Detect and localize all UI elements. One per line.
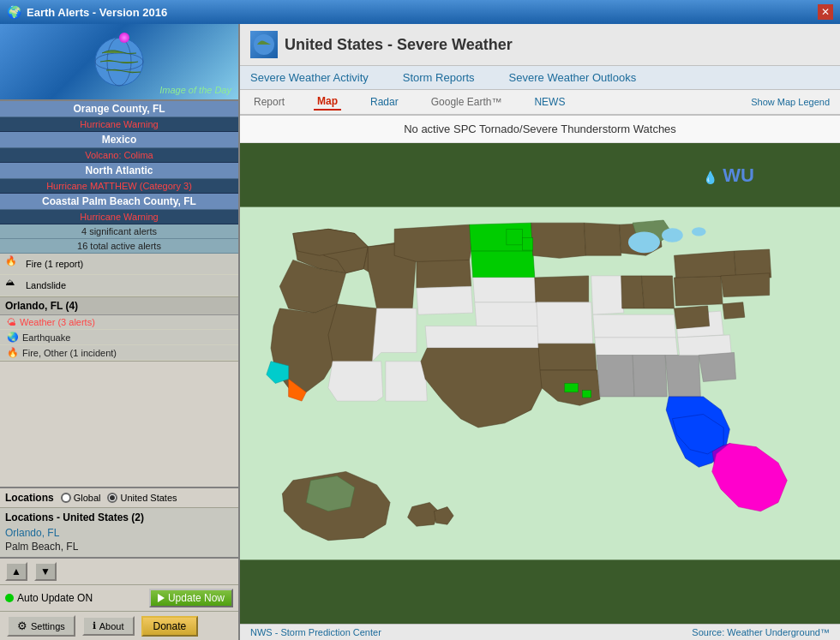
global-radio[interactable]: Global <box>61 493 101 503</box>
orlando-link[interactable]: Orlando, FL <box>5 526 233 540</box>
ks-state <box>475 302 538 326</box>
show-legend-link[interactable]: Show Map Legend <box>751 97 830 107</box>
main-layout: Image of the Day Orange County, FL Hurri… <box>0 24 840 640</box>
info-icon: ℹ <box>93 620 96 631</box>
auto-update-left: Auto Update ON <box>5 592 93 604</box>
oh-state <box>641 276 674 308</box>
green-patch-1 <box>507 229 523 245</box>
nws-link[interactable]: NWS - Storm Prediction Center <box>250 627 381 637</box>
app-title: Earth Alerts - Version 2016 <box>27 6 167 19</box>
weather-header-icon <box>250 31 278 58</box>
us-radio-circle <box>107 493 117 503</box>
action-bar: ⚙ Settings ℹ About Donate <box>0 611 238 640</box>
lake-erie <box>692 227 705 236</box>
sc-state <box>699 352 735 381</box>
alert-header-north-atlantic: North Atlantic <box>0 163 238 179</box>
incidents-section: 🔥 Fire (1 report) ⛰ Landslide <box>0 254 238 297</box>
landslide-label: Landslide <box>26 280 66 290</box>
ok-state <box>425 326 540 349</box>
nm-state <box>386 362 427 401</box>
us-label: United States <box>120 493 177 503</box>
close-button[interactable]: ✕ <box>818 4 833 20</box>
subtab-map[interactable]: Map <box>314 93 341 111</box>
mn-state <box>531 223 586 258</box>
us-radio[interactable]: United States <box>107 493 177 503</box>
tn-state <box>595 338 678 356</box>
locations-title: Locations - United States (2) <box>5 511 233 523</box>
scroll-up-button[interactable]: ▲ <box>5 562 27 581</box>
alert-item-hurricane-matthew[interactable]: Hurricane MATTHEW (Category 3) <box>0 179 238 194</box>
ne-state <box>473 278 537 302</box>
fire-other-label: Fire, Other (1 incident) <box>22 348 117 358</box>
md-de <box>723 302 745 320</box>
wv-state <box>674 306 709 329</box>
mt-state <box>394 224 474 264</box>
green-patch-south-2 <box>582 391 591 398</box>
tab-severe-weather[interactable]: Severe Weather Activity <box>250 69 369 86</box>
subtab-report[interactable]: Report <box>250 94 288 110</box>
subtab-news[interactable]: NEWS <box>531 94 568 110</box>
pa-state <box>674 276 723 306</box>
mid-atlantic <box>721 273 770 297</box>
incident-landslide[interactable]: ⛰ Landslide <box>0 275 238 296</box>
ga-state <box>665 356 700 397</box>
green-patch-south-1 <box>565 384 578 392</box>
gear-icon: ⚙ <box>17 619 27 632</box>
pink-dot <box>119 33 129 43</box>
orlando-header: Orlando, FL (4) <box>0 297 238 315</box>
alert-item-hurricane-warning-palm[interactable]: Hurricane Warning <box>0 210 238 224</box>
ky-state <box>593 314 676 338</box>
tab-outlooks[interactable]: Severe Weather Outlooks <box>509 69 637 86</box>
update-now-button[interactable]: Update Now <box>149 589 233 607</box>
globe-area[interactable]: Image of the Day <box>0 24 238 101</box>
weather-icon: 🌤 <box>7 317 16 327</box>
donate-button[interactable]: Donate <box>141 616 199 637</box>
orlando-weather[interactable]: 🌤 Weather (3 alerts) <box>0 315 238 330</box>
incident-fire[interactable]: 🔥 Fire (1 report) <box>0 254 238 275</box>
al-state <box>633 356 667 397</box>
total-alerts: 16 total active alerts <box>0 239 238 254</box>
settings-button[interactable]: ⚙ Settings <box>7 615 75 637</box>
orlando-earthquake[interactable]: 🌏 Earthquake <box>0 330 238 345</box>
il-state <box>591 276 624 314</box>
ar-state <box>538 344 597 370</box>
about-button[interactable]: ℹ About <box>82 616 135 636</box>
weather-label: Weather (3 alerts) <box>20 317 95 327</box>
globe-image <box>93 36 145 87</box>
earthquake-icon: 🌏 <box>7 332 19 343</box>
wu-drop-icon: 💧 <box>703 170 717 184</box>
significant-alerts: 4 significant alerts <box>0 224 238 239</box>
wu-source: Source: Weather Underground™ <box>692 627 830 637</box>
scroll-down-button[interactable]: ▼ <box>34 562 57 581</box>
locations-tab-label: Locations <box>5 492 54 504</box>
settings-label: Settings <box>31 621 65 631</box>
left-panel: Image of the Day Orange County, FL Hurri… <box>0 24 240 640</box>
subtab-google-earth[interactable]: Google Earth™ <box>428 94 506 110</box>
source-label: Source: <box>692 627 724 637</box>
co-state <box>417 286 473 314</box>
alert-header-mexico: Mexico <box>0 132 238 148</box>
title-bar: 🌍 Earth Alerts - Version 2016 ✕ <box>0 0 840 24</box>
subtab-radar[interactable]: Radar <box>367 94 402 110</box>
tab-storm-reports[interactable]: Storm Reports <box>403 69 475 86</box>
ms-state <box>597 356 634 397</box>
fire-label: Fire (1 report) <box>26 259 83 269</box>
wu-logo: 💧 WU <box>703 164 754 187</box>
alert-item-hurricane-warning-orange[interactable]: Hurricane Warning <box>0 117 238 132</box>
orlando-fire[interactable]: 🔥 Fire, Other (1 incident) <box>0 345 238 361</box>
sd-state <box>471 251 535 278</box>
alert-header-palm-beach: Coastal Palm Beach County, FL <box>0 194 238 210</box>
az-state <box>328 362 383 401</box>
auto-update-dot <box>5 594 14 602</box>
wu-source-link[interactable]: Weather Underground™ <box>727 627 830 637</box>
lake-huron <box>662 228 683 242</box>
tornado-notice: No active SPC Tornado/Severe Thunderstor… <box>240 116 840 143</box>
us-map[interactable] <box>240 143 840 624</box>
wu-text: WU <box>723 164 754 186</box>
image-of-day-label: Image of the Day <box>159 85 231 95</box>
sub-tabs: Report Map Radar Google Earth™ NEWS Show… <box>240 90 840 116</box>
fire-other-icon: 🔥 <box>7 347 19 358</box>
locations-tabs: Locations Global United States <box>0 488 238 508</box>
alert-item-volcano[interactable]: Volcano: Colima <box>0 148 238 163</box>
palm-beach-link[interactable]: Palm Beach, FL <box>5 540 233 553</box>
